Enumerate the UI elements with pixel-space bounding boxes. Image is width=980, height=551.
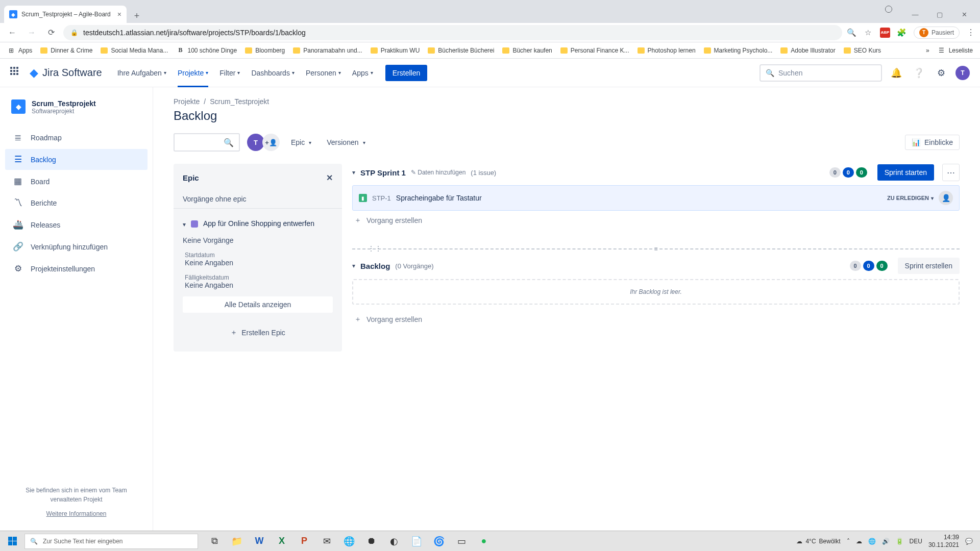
avatar-user[interactable]: T [247, 134, 264, 151]
issue-status-dropdown[interactable]: ZU ERLEDIGEN ▾ [887, 195, 934, 201]
section-divider[interactable]: ⋮⋮ ≡ [352, 248, 960, 249]
bookmark-item[interactable]: SEO Kurs [844, 47, 881, 54]
jira-logo[interactable]: ◆Jira Software [30, 66, 102, 80]
issue-row[interactable]: ▮ STP-1 Spracheingabe für Tastatur ZU ER… [352, 185, 960, 211]
unassigned-avatar-icon[interactable]: 👤 [939, 191, 953, 205]
notifications-icon[interactable]: 🔔 [888, 65, 904, 81]
start-sprint-button[interactable]: Sprint starten [877, 164, 934, 181]
sidebar-item-backlog[interactable]: ☰Backlog [5, 149, 148, 170]
language-indicator[interactable]: DEU [910, 538, 922, 545]
window-minimize[interactable]: — [903, 6, 927, 23]
epic-filter-dropdown[interactable]: Epic▾ [287, 134, 315, 151]
browser-tab-active[interactable]: Scrum_Testprojekt – Agile-Board × [4, 6, 127, 23]
sidebar-item-board[interactable]: ▦Board [5, 171, 148, 192]
app-switcher-icon[interactable] [10, 67, 22, 79]
board-search-input[interactable]: 🔍 [174, 133, 240, 152]
nav-dashboards[interactable]: Dashboards▾ [247, 59, 299, 87]
bookmarks-overflow[interactable]: » [926, 47, 929, 54]
notepad-icon[interactable]: 📄 [405, 531, 428, 552]
sprint-more-menu[interactable]: ⋯ [942, 164, 960, 181]
zoom-icon[interactable]: 🔍 [847, 28, 856, 37]
bookmark-apps[interactable]: ⊞Apps [7, 46, 32, 55]
assignee-filter[interactable]: T +👤 [247, 134, 280, 151]
extensions-puzzle-icon[interactable]: 🧩 [897, 28, 906, 37]
create-issue-inline[interactable]: ＋Vorgang erstellen [352, 211, 960, 230]
global-search-input[interactable]: 🔍 Suchen [760, 64, 882, 82]
nav-apps[interactable]: Apps▾ [348, 59, 377, 87]
edge-icon[interactable]: 🌀 [428, 531, 450, 552]
sidebar-item-releases[interactable]: 🚢Releases [5, 214, 148, 235]
file-explorer-icon[interactable]: 📁 [226, 531, 248, 552]
nav-people[interactable]: Personen▾ [302, 59, 345, 87]
project-header[interactable]: ◆ Scrum_Testprojekt Softwareprojekt [5, 99, 148, 123]
pill-inprogress[interactable]: 0 [863, 261, 874, 271]
volume-icon[interactable]: 🔊 [882, 538, 890, 545]
sidebar-footer-link[interactable]: Weitere Informationen [13, 509, 139, 518]
sidebar-item-settings[interactable]: ⚙Projekteinstellungen [5, 258, 148, 279]
chevron-down-icon[interactable]: ▾ [352, 262, 355, 269]
sidebar-item-add-link[interactable]: 🔗Verknüpfung hinzufügen [5, 236, 148, 257]
add-dates-link[interactable]: ✎ Daten hinzufügen [411, 169, 465, 176]
bookmark-item[interactable]: Photoshop lernen [638, 47, 696, 54]
nav-back-icon[interactable]: ← [5, 26, 19, 40]
create-epic-button[interactable]: ＋Erstellen Epic [183, 323, 333, 342]
battery-icon[interactable]: 🔋 [896, 538, 903, 545]
app-icon[interactable]: ◐ [383, 531, 405, 552]
bookmark-item[interactable]: Marketing Psycholo... [704, 47, 773, 54]
abp-extension-icon[interactable]: ABP [880, 28, 890, 38]
create-issue-inline[interactable]: ＋Vorgang erstellen [352, 310, 960, 329]
bookmark-item[interactable]: Dinner & Crime [40, 47, 92, 54]
close-icon[interactable]: ✕ [326, 173, 333, 183]
app-icon[interactable]: ▭ [450, 531, 473, 552]
nav-reload-icon[interactable]: ⟳ [44, 26, 58, 40]
epic-list-item[interactable]: ▾ App für Online Shopping entwerfen [183, 216, 333, 229]
excel-icon[interactable]: X [271, 531, 293, 552]
grab-handle-icon[interactable]: ⋮⋮ [368, 244, 382, 253]
breadcrumb-item[interactable]: Scrum_Testprojekt [210, 97, 269, 106]
powerpoint-icon[interactable]: P [293, 531, 315, 552]
bookmark-item[interactable]: Bloomberg [245, 47, 285, 54]
taskbar-clock[interactable]: 14:39 30.11.2021 [928, 534, 959, 548]
help-icon[interactable]: ❔ [911, 65, 927, 81]
bookmark-item[interactable]: Bücherliste Bücherei [428, 47, 494, 54]
window-maximize[interactable]: ▢ [928, 6, 951, 23]
browser-menu-icon[interactable]: ⋮ [967, 28, 975, 37]
tray-chevron-icon[interactable]: ˄ [847, 538, 850, 545]
chevron-down-icon[interactable]: ▾ [352, 169, 355, 176]
url-input[interactable]: 🔒 testdeutsch1.atlassian.net/jira/softwa… [63, 25, 842, 40]
sidebar-item-reports[interactable]: 〽Berichte [5, 193, 148, 213]
pill-inprogress[interactable]: 0 [843, 167, 854, 178]
tab-close-icon[interactable]: × [117, 10, 121, 18]
nav-projects[interactable]: Projekte▾ [174, 59, 212, 87]
weather-widget[interactable]: ☁ 4°C Bewölkt [796, 538, 840, 545]
onedrive-icon[interactable]: ☁ [856, 538, 862, 545]
breadcrumb-item[interactable]: Projekte [174, 97, 200, 106]
nav-filters[interactable]: Filter▾ [215, 59, 244, 87]
obs-icon[interactable]: ⏺ [360, 531, 383, 552]
create-button[interactable]: Erstellen [385, 65, 427, 81]
pill-done[interactable]: 0 [876, 261, 888, 271]
issue-key[interactable]: STP-1 [372, 194, 391, 202]
reading-list[interactable]: ☰Leseliste [938, 46, 973, 55]
bookmark-item[interactable]: Social Media Mana... [101, 47, 168, 54]
task-view-icon[interactable]: ⧉ [203, 531, 226, 552]
avatar-add-icon[interactable]: +👤 [262, 134, 280, 151]
bookmark-item[interactable]: Adobe Illustrator [780, 47, 835, 54]
bookmark-item[interactable]: Panoramabahn und... [293, 47, 362, 54]
mail-icon[interactable]: ✉ [315, 531, 338, 552]
window-close[interactable]: ✕ [952, 6, 976, 23]
show-all-details-button[interactable]: Alle Details anzeigen [183, 296, 333, 313]
bookmark-star-icon[interactable]: ☆ [864, 28, 873, 37]
pill-todo[interactable]: 0 [850, 261, 861, 271]
chrome-icon[interactable]: 🌐 [338, 531, 360, 552]
spotify-icon[interactable]: ● [473, 531, 495, 552]
versions-filter-dropdown[interactable]: Versionen▾ [323, 134, 369, 151]
account-circle-icon[interactable] [885, 6, 892, 13]
sidebar-item-roadmap[interactable]: ≣Roadmap [5, 127, 148, 148]
nav-your-work[interactable]: Ihre Aufgaben▾ [113, 59, 170, 87]
resize-handle-icon[interactable]: ≡ [650, 245, 662, 254]
insights-button[interactable]: 📊Einblicke [905, 135, 960, 150]
pill-todo[interactable]: 0 [829, 167, 841, 178]
chevron-down-icon[interactable]: ▾ [183, 221, 186, 229]
create-sprint-button[interactable]: Sprint erstellen [898, 258, 960, 274]
